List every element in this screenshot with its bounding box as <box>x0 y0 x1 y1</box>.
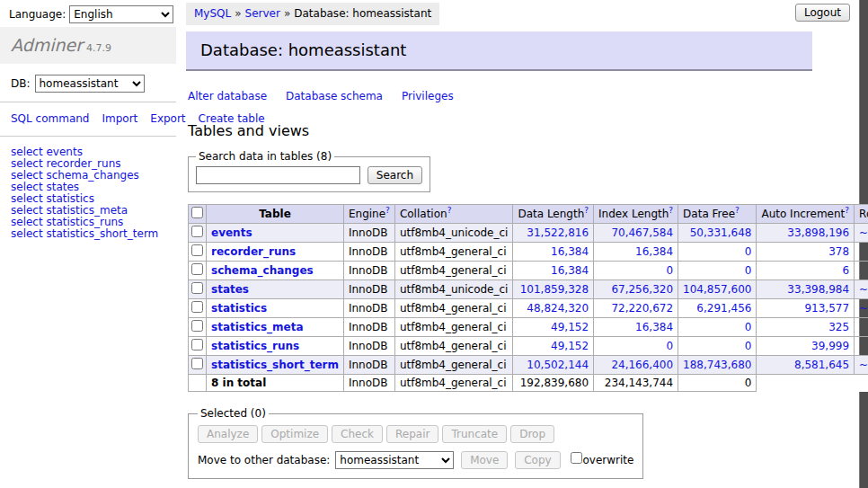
data-free-link[interactable]: 104,857,600 <box>683 283 751 296</box>
search-input[interactable] <box>196 166 360 184</box>
breadcrumb-link[interactable]: Server <box>245 7 280 20</box>
index-length-link[interactable]: 67,256,320 <box>611 283 673 296</box>
optimize-button[interactable]: Optimize <box>261 425 328 443</box>
rows-estimate-cell: ~ 628 <box>855 337 868 356</box>
sidebar-select-link[interactable]: select statistics_meta <box>11 205 165 217</box>
index-length-link[interactable]: 0 <box>666 264 673 277</box>
data-length-link[interactable]: 31,522,816 <box>527 226 589 239</box>
sidebar-select-link[interactable]: select states <box>11 182 165 193</box>
row-checkbox[interactable] <box>191 358 203 369</box>
database-action-link[interactable]: Privileges <box>402 90 454 102</box>
index-length-link[interactable]: 16,384 <box>635 245 673 258</box>
sidebar-select-link[interactable]: select statistics <box>11 193 165 205</box>
row-checkbox[interactable] <box>191 226 203 237</box>
drop-button[interactable]: Drop <box>510 425 554 443</box>
total-empty-cell <box>189 375 207 392</box>
sidebar-select-link[interactable]: select statistics_runs <box>11 217 165 228</box>
db-select[interactable]: homeassistant <box>35 75 145 93</box>
auto-increment-cell: 33,398,984 <box>757 280 855 299</box>
table-name-link[interactable]: statistics_runs <box>211 340 299 352</box>
table-name-link[interactable]: schema_changes <box>211 264 314 277</box>
index-length-link[interactable]: 0 <box>666 340 673 352</box>
row-checkbox[interactable] <box>191 301 203 313</box>
auto-increment-link[interactable]: 39,999 <box>811 340 849 352</box>
breadcrumb-link[interactable]: MySQL <box>194 7 231 20</box>
rows-estimate-link[interactable]: ~ 299,833 <box>859 283 868 296</box>
row-checkbox[interactable] <box>191 339 203 350</box>
database-action-link[interactable]: Alter database <box>188 90 267 102</box>
sidebar-select-link[interactable]: select schema_changes <box>11 170 165 182</box>
auto-increment-link[interactable]: 378 <box>828 245 849 258</box>
data-free-link[interactable]: 188,743,680 <box>683 359 751 371</box>
column-hint-link[interactable]: ? <box>447 206 452 215</box>
row-checkbox-cell <box>189 224 207 243</box>
sidebar-select-link[interactable]: select statistics_short_term <box>11 228 165 240</box>
row-checkbox[interactable] <box>191 282 203 294</box>
move-button[interactable]: Move <box>461 451 508 469</box>
column-hint-link[interactable]: ? <box>669 206 673 215</box>
sidebar-select-link[interactable]: select events <box>11 146 165 158</box>
sidebar-action-link[interactable]: SQL command <box>11 112 89 125</box>
language-select[interactable]: English <box>69 5 173 23</box>
auto-increment-link[interactable]: 33,398,984 <box>787 283 849 296</box>
index-length-link[interactable]: 24,166,400 <box>611 359 673 371</box>
data-length-link[interactable]: 49,152 <box>551 340 589 352</box>
data-free-link[interactable]: 0 <box>745 264 752 277</box>
auto-increment-link[interactable]: 325 <box>828 321 849 333</box>
data-free-link[interactable]: 6,291,456 <box>696 302 751 315</box>
rows-estimate-link[interactable]: ~ 312,180 <box>859 226 868 239</box>
select-all-cell <box>189 205 207 224</box>
check-button[interactable]: Check <box>332 425 383 443</box>
table-name-link[interactable]: statistics_meta <box>211 321 304 333</box>
auto-increment-link[interactable]: 33,898,196 <box>787 226 849 239</box>
table-name-link[interactable]: recorder_runs <box>211 245 296 258</box>
rows-estimate-cell: ~ 312,180 <box>855 224 868 243</box>
analyze-button[interactable]: Analyze <box>198 425 258 443</box>
sidebar-action-link[interactable]: Import <box>102 112 137 125</box>
data-length-link[interactable]: 101,859,328 <box>520 283 589 296</box>
table-name-link[interactable]: statistics_short_term <box>211 359 339 371</box>
move-database-select[interactable]: homeassistant <box>335 451 454 469</box>
index-length-link[interactable]: 72,220,672 <box>611 302 673 315</box>
auto-increment-link[interactable]: 6 <box>842 264 849 277</box>
sidebar-select-link[interactable]: select recorder_runs <box>11 158 165 170</box>
row-checkbox[interactable] <box>191 320 203 332</box>
search-button[interactable]: Search <box>368 166 422 184</box>
data-free-link[interactable]: 0 <box>745 321 752 333</box>
table-name-link[interactable]: statistics <box>211 302 267 315</box>
data-length-link[interactable]: 10,502,144 <box>527 359 589 371</box>
table-name-link[interactable]: events <box>211 226 252 239</box>
total-data-length-cell: 192,839,680 <box>513 375 594 392</box>
language-label: Language: <box>9 8 66 21</box>
data-free-link[interactable]: 0 <box>745 340 752 352</box>
sidebar-action-link[interactable]: Export <box>150 112 185 125</box>
repair-button[interactable]: Repair <box>386 425 438 443</box>
index-length-link[interactable]: 70,467,584 <box>611 226 673 239</box>
column-hint-link[interactable]: ? <box>735 206 740 215</box>
auto-increment-link[interactable]: 913,577 <box>804 302 849 315</box>
data-length-link[interactable]: 16,384 <box>551 264 589 277</box>
overwrite-checkbox[interactable] <box>571 452 582 464</box>
column-hint-link[interactable]: ? <box>845 206 849 215</box>
column-hint-link[interactable]: ? <box>584 206 589 215</box>
table-name-cell: recorder_runs <box>207 243 344 262</box>
row-checkbox[interactable] <box>191 263 203 275</box>
select-all-checkbox[interactable] <box>191 207 203 218</box>
rows-estimate-cell: ~ 3 <box>855 262 868 280</box>
data-length-link[interactable]: 48,824,320 <box>527 302 589 315</box>
column-hint-link[interactable]: ? <box>385 206 390 215</box>
rows-estimate-link[interactable]: ~ 569,159 <box>859 302 868 315</box>
data-free-link[interactable]: 0 <box>745 245 752 258</box>
row-checkbox[interactable] <box>191 244 203 256</box>
table-row: statistics_short_termInnoDButf8mb4_gener… <box>189 356 868 375</box>
data-length-link[interactable]: 16,384 <box>551 245 589 258</box>
index-length-link[interactable]: 16,384 <box>635 321 673 333</box>
data-length-link[interactable]: 49,152 <box>551 321 589 333</box>
truncate-button[interactable]: Truncate <box>442 425 507 443</box>
database-action-link[interactable]: Database schema <box>286 90 383 102</box>
table-name-link[interactable]: states <box>211 283 249 296</box>
data-free-link[interactable]: 50,331,648 <box>690 226 752 239</box>
copy-button[interactable]: Copy <box>515 451 560 469</box>
rows-estimate-link[interactable]: ~ 136,108 <box>859 359 868 371</box>
auto-increment-link[interactable]: 8,581,645 <box>794 359 849 371</box>
